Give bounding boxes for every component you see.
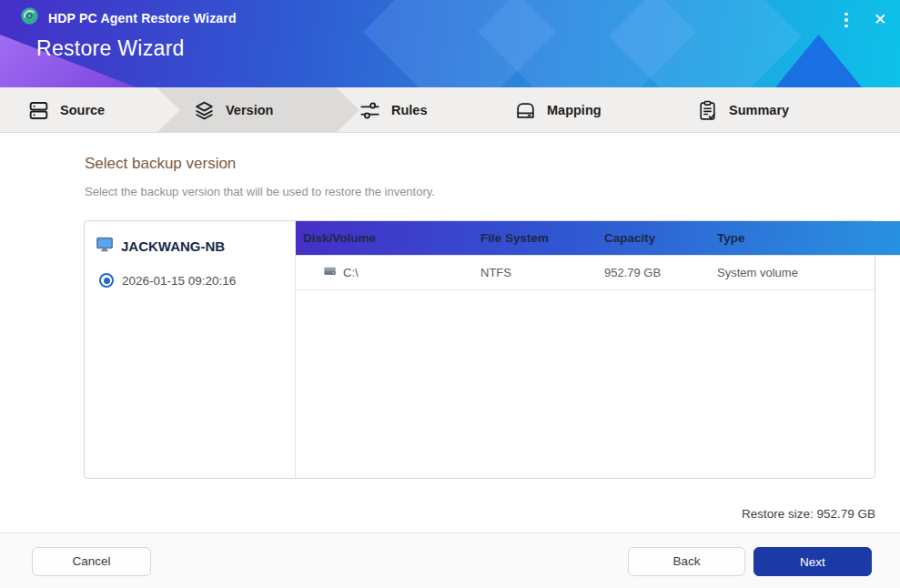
monitor-icon — [96, 235, 114, 257]
step-summary[interactable]: Summary — [696, 87, 789, 133]
table-header-row: Disk/Volume File System Capacity Type — [296, 221, 900, 256]
radio-selected-icon[interactable] — [99, 273, 114, 288]
step-label: Rules — [391, 103, 428, 117]
step-mapping[interactable]: Mapping — [514, 87, 602, 133]
column-file-system: File System — [480, 231, 604, 245]
disk-volume-table: Disk/Volume File System Capacity Type Di… — [296, 221, 875, 290]
column-disk-volume: Disk/Volume — [296, 231, 480, 245]
step-source[interactable]: Source — [27, 87, 105, 133]
step-label: Source — [60, 103, 105, 117]
step-label: Mapping — [547, 103, 602, 117]
device-item[interactable]: JACKWANG-NB — [96, 235, 284, 257]
step-rules[interactable]: Rules — [359, 87, 428, 133]
volume-capacity: 952.79 GB — [604, 266, 717, 279]
column-type: Type — [717, 231, 900, 245]
device-name: JACKWANG-NB — [121, 238, 225, 254]
step-version[interactable]: Version — [193, 87, 273, 133]
step-label: Summary — [729, 103, 789, 117]
sliders-icon — [359, 99, 381, 122]
footer-bar: Cancel Back Next — [0, 532, 900, 588]
app-title: HDP PC Agent Restore Wizard — [48, 11, 237, 25]
volume-type: System volume — [717, 266, 875, 279]
server-stack-icon — [27, 99, 50, 122]
next-button[interactable]: Next — [753, 547, 872, 576]
volume-file-system: NTFS — [480, 266, 604, 279]
cancel-button[interactable]: Cancel — [32, 547, 151, 576]
volume-icon — [323, 264, 337, 281]
wizard-step-bar: Source Version Rules — [0, 87, 900, 133]
layers-icon — [193, 99, 216, 122]
titlebar: HDP PC Agent Restore Wizard — [20, 6, 237, 29]
column-capacity: Capacity — [604, 231, 717, 245]
device-list: JACKWANG-NB 2026-01-15 09:20:16 — [85, 221, 296, 478]
step-label: Version — [226, 103, 273, 117]
restore-wizard-window: HDP PC Agent Restore Wizard ✕ Restore Wi… — [0, 0, 900, 588]
close-icon[interactable]: ✕ — [869, 9, 891, 31]
backup-version-option[interactable]: 2026-01-15 09:20:16 — [99, 273, 284, 288]
page-title: Restore Wizard — [36, 36, 185, 61]
app-logo-icon — [20, 6, 39, 29]
back-button[interactable]: Back — [628, 547, 745, 576]
section-subheading: Select the backup version that will be u… — [85, 185, 435, 198]
backup-version-timestamp: 2026-01-15 09:20:16 — [122, 274, 236, 288]
volume-name: C:\ — [343, 266, 359, 279]
window-controls: ✕ — [836, 9, 891, 31]
table-row-volume[interactable]: C:\ NTFS 952.79 GB System volume — [296, 256, 875, 290]
hard-drive-icon — [514, 99, 537, 122]
window-header: HDP PC Agent Restore Wizard ✕ Restore Wi… — [0, 0, 900, 87]
section-heading: Select backup version — [85, 155, 236, 173]
version-selection-panel: JACKWANG-NB 2026-01-15 09:20:16 Disk/Vol… — [84, 220, 875, 479]
restore-size-label: Restore size: 952.79 GB — [84, 507, 875, 521]
clipboard-check-icon — [696, 99, 719, 122]
kebab-menu-icon[interactable] — [836, 10, 856, 30]
